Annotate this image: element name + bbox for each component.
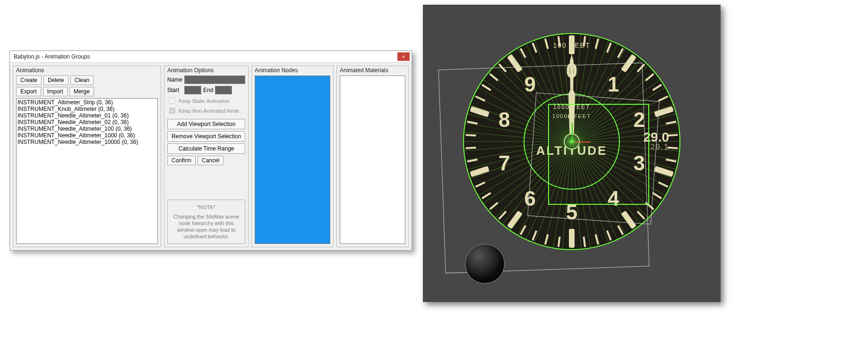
altimeter-knob[interactable]	[465, 244, 504, 283]
keep-nonanim-label: Keep Non-Animated Node	[179, 108, 239, 114]
remove-viewport-button[interactable]: Remove Viewport Selection	[167, 131, 245, 142]
confirm-button[interactable]: Confirm	[167, 156, 196, 165]
calc-time-button[interactable]: Calculate Time Range	[167, 143, 245, 154]
materials-label: Animated Materials	[340, 67, 405, 74]
note-title: *NOTE*	[170, 204, 243, 210]
viewport-3d[interactable]: 100 FEET 1000 FEET 10000 FEET Hz ALTITUD…	[423, 5, 721, 302]
import-button[interactable]: Import	[43, 87, 68, 96]
start-label: Start	[167, 87, 182, 93]
titlebar[interactable]: Babylon.js - Animation Groups ×	[10, 51, 412, 63]
export-button[interactable]: Export	[16, 87, 41, 96]
list-item[interactable]: INSTRUMENT_Needle_Altimeter_02 (0, 36)	[17, 119, 156, 126]
close-button[interactable]: ×	[397, 52, 410, 61]
animations-listbox[interactable]: INSTRUMENT_Altimeter_Strip (0, 36)INSTRU…	[16, 98, 158, 244]
list-item[interactable]: INSTRUMENT_Knob_Altimeter (0, 36)	[17, 106, 156, 112]
close-icon: ×	[402, 54, 405, 59]
add-viewport-button[interactable]: Add Viewport Selection	[167, 119, 245, 129]
create-button[interactable]: Create	[16, 76, 42, 85]
delete-button[interactable]: Delete	[43, 76, 69, 85]
list-item[interactable]: INSTRUMENT_Altimeter_Strip (0, 36)	[17, 99, 156, 106]
animated-materials-listbox[interactable]	[340, 76, 405, 244]
selection-box	[548, 104, 649, 205]
keep-static-label: Keep Static Animation	[179, 98, 230, 104]
animation-nodes-listbox[interactable]	[255, 76, 330, 244]
list-item[interactable]: INSTRUMENT_Needle_Altimeter_10000 (0, 36…	[17, 139, 156, 145]
keep-nonanim-checkbox[interactable]	[169, 108, 175, 114]
feet-label-outer: 100 FEET	[553, 42, 590, 49]
nodes-label: Animation Nodes	[255, 67, 330, 74]
animations-pane: Animations Create Delete Clean Export Im…	[13, 66, 161, 247]
animation-nodes-pane: Animation Nodes	[251, 66, 334, 247]
list-item[interactable]: INSTRUMENT_Needle_Altimeter_01 (0, 36)	[17, 112, 156, 119]
name-label: Name	[167, 76, 182, 83]
options-label: Animation Options	[167, 67, 245, 74]
animations-label: Animations	[16, 67, 158, 74]
animated-materials-pane: Animated Materials	[336, 66, 409, 247]
animation-groups-dialog: Babylon.js - Animation Groups × Animatio…	[9, 50, 412, 251]
start-input[interactable]	[184, 86, 201, 94]
list-item[interactable]: INSTRUMENT_Needle_Altimeter_1000 (0, 36)	[17, 132, 156, 139]
clean-button[interactable]: Clean	[70, 76, 94, 85]
note-box: *NOTE* Changing the 3dsMax scene node hi…	[167, 200, 245, 244]
window-title: Babylon.js - Animation Groups	[14, 53, 90, 60]
merge-button[interactable]: Merge	[69, 87, 94, 96]
name-input[interactable]	[184, 76, 245, 84]
keep-static-checkbox[interactable]	[169, 98, 175, 104]
end-input[interactable]	[215, 86, 232, 94]
cancel-button[interactable]: Cancel	[198, 156, 223, 165]
note-text: Changing the 3dsMax scene node hierarchy…	[170, 213, 243, 240]
animation-options-pane: Animation Options Name Start End Keep St…	[164, 66, 249, 247]
list-item[interactable]: INSTRUMENT_Needle_Altimeter_100 (0, 36)	[17, 126, 156, 132]
end-label: End	[203, 87, 213, 93]
